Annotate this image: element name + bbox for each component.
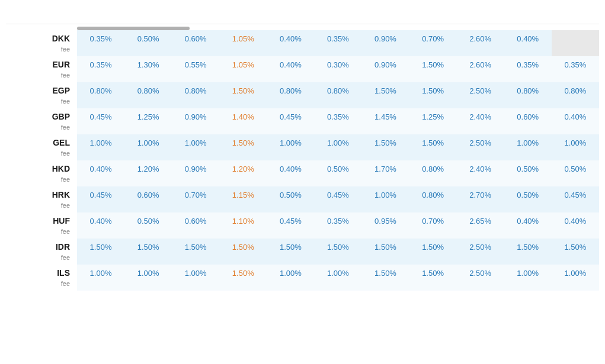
- fee-value: 0.60%: [504, 108, 552, 123]
- fee-value: 1.45%: [361, 108, 409, 123]
- table-row: HKD0.40%1.20%0.90%1.20%0.40%0.50%1.70%0.…: [6, 160, 599, 175]
- fee-value: 0.30%: [314, 56, 361, 70]
- fee-empty-cell: [314, 149, 361, 160]
- fee-empty-cell: [172, 279, 219, 291]
- send-receive-header: [6, 14, 77, 24]
- fee-value: 0.40%: [77, 160, 124, 175]
- table-row: DKK0.35%0.50%0.60%1.05%0.40%0.35%0.90%0.…: [6, 30, 599, 44]
- fee-value: 1.05%: [219, 30, 267, 44]
- fee-value: 1.05%: [219, 56, 267, 70]
- fee-empty-cell: [457, 227, 504, 239]
- fee-value: 1.50%: [361, 134, 409, 149]
- fee-value: 1.00%: [124, 134, 172, 149]
- fee-empty-cell: [504, 70, 552, 82]
- fee-text: fee: [6, 253, 77, 265]
- fee-empty-cell: [219, 123, 267, 134]
- fee-label-row: fee: [6, 123, 599, 134]
- currency-label-huf: HUF: [6, 212, 77, 227]
- fee-empty-cell: [124, 96, 172, 108]
- fee-empty-cell: [409, 44, 457, 56]
- fee-empty-cell: [219, 227, 267, 239]
- col-header-clp: [361, 14, 409, 24]
- fee-value: 2.50%: [457, 82, 504, 96]
- fee-value: 0.50%: [552, 160, 599, 175]
- fee-value: 2.65%: [457, 212, 504, 227]
- fee-empty-cell: [361, 227, 409, 239]
- fee-value: 1.00%: [504, 134, 552, 149]
- fee-empty-cell: [314, 96, 361, 108]
- fee-value: 0.50%: [267, 186, 314, 201]
- fee-empty-cell: [409, 253, 457, 265]
- fee-empty-cell: [314, 227, 361, 239]
- fee-empty-cell: [172, 253, 219, 265]
- fee-text: fee: [6, 227, 77, 239]
- currency-label-gbp: GBP: [6, 108, 77, 123]
- fee-empty-cell: [124, 201, 172, 212]
- fee-empty-cell: [457, 279, 504, 291]
- fee-empty-cell: [552, 175, 599, 186]
- fee-value: 1.50%: [409, 82, 457, 96]
- fee-value: 1.50%: [409, 239, 457, 253]
- fee-value: 1.50%: [219, 82, 267, 96]
- fee-value: 1.25%: [124, 108, 172, 123]
- fee-value: 0.60%: [172, 30, 219, 44]
- fee-value: 1.50%: [314, 239, 361, 253]
- fee-value: 2.70%: [457, 186, 504, 201]
- fee-value: 0.35%: [504, 56, 552, 70]
- fee-value: 0.55%: [172, 56, 219, 70]
- col-header-dkk: [552, 14, 599, 24]
- fee-value: 1.50%: [504, 239, 552, 253]
- col-header-aud: [77, 14, 124, 24]
- fee-empty-cell: [267, 149, 314, 160]
- fee-value: 0.90%: [361, 30, 409, 44]
- fee-empty-cell: [552, 123, 599, 134]
- fee-empty-cell: [409, 279, 457, 291]
- fee-value: 1.00%: [314, 134, 361, 149]
- fee-value: 1.00%: [504, 265, 552, 279]
- fee-value: 1.50%: [361, 239, 409, 253]
- fee-value: 1.50%: [77, 239, 124, 253]
- fee-value: 0.45%: [267, 108, 314, 123]
- fee-value: 0.50%: [124, 30, 172, 44]
- fee-empty-cell: [504, 149, 552, 160]
- fee-value: 0.35%: [314, 212, 361, 227]
- fee-value: 1.00%: [77, 265, 124, 279]
- fee-empty-cell: [552, 253, 599, 265]
- table-row: EUR0.35%1.30%0.55%1.05%0.40%0.30%0.90%1.…: [6, 56, 599, 70]
- fee-empty-cell: [172, 96, 219, 108]
- fee-text: fee: [6, 279, 77, 291]
- fee-empty-cell: [504, 227, 552, 239]
- fee-value: 1.20%: [219, 160, 267, 175]
- fee-value: 1.00%: [172, 134, 219, 149]
- fee-empty-cell: [504, 44, 552, 56]
- fee-value: 0.45%: [77, 186, 124, 201]
- fee-label-row: fee: [6, 96, 599, 108]
- currency-label-hrk: HRK: [6, 186, 77, 201]
- col-header-bdt: [124, 14, 172, 24]
- fee-empty-cell: [314, 175, 361, 186]
- fee-empty-cell: [409, 201, 457, 212]
- fee-empty-cell: [457, 96, 504, 108]
- fee-value: 0.40%: [552, 212, 599, 227]
- fee-label-row: fee: [6, 70, 599, 82]
- table-row: ILS1.00%1.00%1.00%1.50%1.00%1.00%1.50%1.…: [6, 265, 599, 279]
- fee-empty-cell: [457, 175, 504, 186]
- fee-value: 0.35%: [77, 30, 124, 44]
- fee-empty-cell: [77, 96, 124, 108]
- fee-empty-cell: [361, 175, 409, 186]
- fee-value: 0.90%: [361, 56, 409, 70]
- fee-empty-cell: [314, 253, 361, 265]
- fee-value: 1.00%: [361, 186, 409, 201]
- horizontal-scrollbar[interactable]: [77, 27, 190, 30]
- fee-value: 0.80%: [409, 160, 457, 175]
- fee-empty-cell: [124, 70, 172, 82]
- fee-empty-cell: [267, 227, 314, 239]
- fee-empty-cell: [361, 44, 409, 56]
- fee-empty-cell: [267, 253, 314, 265]
- fee-value: 0.50%: [314, 160, 361, 175]
- fee-empty-cell: [77, 201, 124, 212]
- fee-value: 1.50%: [361, 265, 409, 279]
- fee-empty-cell: [504, 123, 552, 134]
- fee-value: 0.80%: [172, 82, 219, 96]
- fee-empty-cell: [267, 70, 314, 82]
